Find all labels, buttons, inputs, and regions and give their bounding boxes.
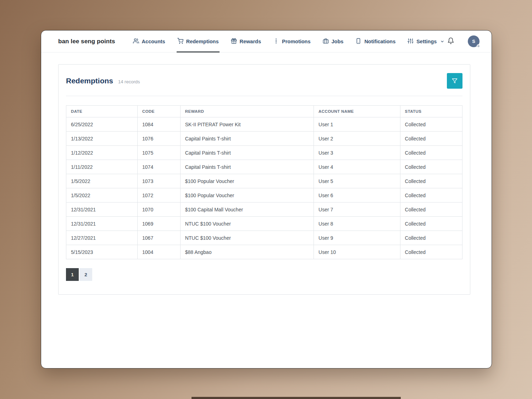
presence-dot bbox=[477, 44, 480, 48]
table-header-row: DATECODEREWARDACCOUNT NAMESTATUS bbox=[66, 106, 462, 117]
table-cell: User 10 bbox=[314, 245, 400, 259]
table-cell: Collected bbox=[400, 117, 462, 132]
table-cell: $88 Angbao bbox=[180, 245, 314, 259]
nav-label: Notifications bbox=[364, 39, 395, 44]
table-cell: Collected bbox=[400, 132, 462, 146]
table-cell: 1067 bbox=[138, 231, 181, 245]
table-cell: Capital Paints T-shirt bbox=[180, 146, 314, 160]
table-row: 5/15/20231004$88 AngbaoUser 10Collected bbox=[66, 245, 462, 259]
topbar-right: S bbox=[447, 35, 480, 47]
table-cell: Collected bbox=[400, 174, 462, 188]
table-cell: 1073 bbox=[138, 174, 181, 188]
table-cell: 1/13/2022 bbox=[66, 132, 138, 146]
redemptions-table: DATECODEREWARDACCOUNT NAMESTATUS 6/25/20… bbox=[66, 105, 462, 259]
table-cell: User 8 bbox=[314, 217, 400, 231]
table-cell: Capital Paints T-shirt bbox=[180, 132, 314, 146]
filter-funnel-icon bbox=[452, 78, 458, 84]
table-row: 1/13/20221076Capital Paints T-shirtUser … bbox=[66, 132, 462, 146]
table-cell: $100 Popular Voucher bbox=[180, 174, 314, 188]
table-row: 1/12/20221075Capital Paints T-shirtUser … bbox=[66, 146, 462, 160]
table-body: 6/25/20221084SK-II PITERAT Power KitUser… bbox=[66, 117, 462, 259]
table-cell: NTUC $100 Voucher bbox=[180, 217, 314, 231]
table-row: 12/31/20211070$100 Capital Mall VoucherU… bbox=[66, 203, 462, 217]
table-cell: 1/12/2022 bbox=[66, 146, 138, 160]
nav-item-promotions[interactable]: Promotions bbox=[273, 31, 311, 52]
table-cell: 1070 bbox=[138, 203, 181, 217]
table-cell: User 9 bbox=[314, 231, 400, 245]
table-cell: 1072 bbox=[138, 188, 181, 203]
nav-label: Promotions bbox=[282, 39, 311, 44]
bell-icon bbox=[447, 37, 454, 46]
promo-icon bbox=[273, 38, 279, 45]
table-cell: 1084 bbox=[138, 117, 181, 132]
table-cell: User 7 bbox=[314, 203, 400, 217]
table-cell: Collected bbox=[400, 188, 462, 203]
table-cell: SK-II PITERAT Power Kit bbox=[180, 117, 314, 132]
nav-item-rewards[interactable]: Rewards bbox=[231, 31, 261, 52]
table-column-header: STATUS bbox=[400, 106, 462, 117]
table-cell: Collected bbox=[400, 203, 462, 217]
sliders-icon bbox=[408, 38, 414, 45]
table-cell: 1069 bbox=[138, 217, 181, 231]
table-cell: 1004 bbox=[138, 245, 181, 259]
table-cell: 1075 bbox=[138, 146, 181, 160]
table-cell: NTUC $100 Voucher bbox=[180, 231, 314, 245]
cart-icon bbox=[177, 38, 183, 45]
notifications-bell-button[interactable] bbox=[447, 37, 454, 46]
filter-button[interactable] bbox=[447, 73, 462, 89]
table-cell: 5/15/2023 bbox=[66, 245, 138, 259]
table-row: 12/27/20211067NTUC $100 VoucherUser 9Col… bbox=[66, 231, 462, 245]
page-title: Redemptions bbox=[66, 77, 113, 85]
table-cell: 6/25/2022 bbox=[66, 117, 138, 132]
table-row: 1/11/20221074Capital Paints T-shirtUser … bbox=[66, 160, 462, 174]
table-row: 12/31/20211069NTUC $100 VoucherUser 8Col… bbox=[66, 217, 462, 231]
redemptions-card: Redemptions 14 records DATECODEREWARDACC… bbox=[58, 64, 470, 295]
table-row: 6/25/20221084SK-II PITERAT Power KitUser… bbox=[66, 117, 462, 132]
table-cell: Collected bbox=[400, 217, 462, 231]
nav-label: Settings bbox=[416, 39, 437, 44]
table-cell: User 3 bbox=[314, 146, 400, 160]
nav-item-accounts[interactable]: Accounts bbox=[133, 31, 165, 52]
users-icon bbox=[133, 38, 139, 45]
table-cell: 12/27/2021 bbox=[66, 231, 138, 245]
page-2-button[interactable]: 2 bbox=[79, 268, 92, 281]
table-cell: Collected bbox=[400, 160, 462, 174]
table-cell: Collected bbox=[400, 231, 462, 245]
nav-item-redemptions[interactable]: Redemptions bbox=[177, 31, 219, 52]
card-header: Redemptions 14 records bbox=[66, 65, 462, 96]
table-cell: 1/5/2022 bbox=[66, 174, 138, 188]
top-navigation-bar: ban lee seng points Accounts Redemptions… bbox=[41, 31, 492, 52]
table-cell: Capital Paints T-shirt bbox=[180, 160, 314, 174]
table-row: 1/5/20221073$100 Popular VoucherUser 5Co… bbox=[66, 174, 462, 188]
taskbar-remnant-strip bbox=[192, 397, 401, 399]
table-cell: 1074 bbox=[138, 160, 181, 174]
nav-label: Rewards bbox=[240, 39, 261, 44]
smartphone-icon bbox=[355, 38, 361, 45]
avatar-initial: S bbox=[472, 39, 475, 44]
table-cell: $100 Capital Mall Voucher bbox=[180, 203, 314, 217]
table-column-header: ACCOUNT NAME bbox=[314, 106, 400, 117]
table-column-header: REWARD bbox=[180, 106, 314, 117]
table-cell: User 6 bbox=[314, 188, 400, 203]
gift-icon bbox=[231, 38, 237, 45]
nav-label: Accounts bbox=[142, 39, 165, 44]
chevron-down-icon bbox=[440, 39, 444, 44]
table-cell: 12/31/2021 bbox=[66, 203, 138, 217]
table-cell: User 4 bbox=[314, 160, 400, 174]
nav-item-settings[interactable]: Settings bbox=[408, 31, 444, 52]
main-nav: Accounts Redemptions Rewards Promotions bbox=[133, 31, 445, 52]
app-window: ban lee seng points Accounts Redemptions… bbox=[41, 30, 492, 368]
nav-label: Redemptions bbox=[186, 39, 219, 44]
table-cell: User 1 bbox=[314, 117, 400, 132]
nav-item-jobs[interactable]: Jobs bbox=[323, 31, 344, 52]
page-1-button[interactable]: 1 bbox=[66, 268, 79, 281]
table-cell: User 5 bbox=[314, 174, 400, 188]
table-cell: 1/11/2022 bbox=[66, 160, 138, 174]
table-column-header: CODE bbox=[138, 106, 181, 117]
user-avatar[interactable]: S bbox=[468, 35, 480, 47]
table-cell: $100 Popular Voucher bbox=[180, 188, 314, 203]
pagination: 1 2 bbox=[66, 268, 462, 281]
nav-item-notifications[interactable]: Notifications bbox=[355, 31, 395, 52]
table-cell: Collected bbox=[400, 245, 462, 259]
table-cell: Collected bbox=[400, 146, 462, 160]
